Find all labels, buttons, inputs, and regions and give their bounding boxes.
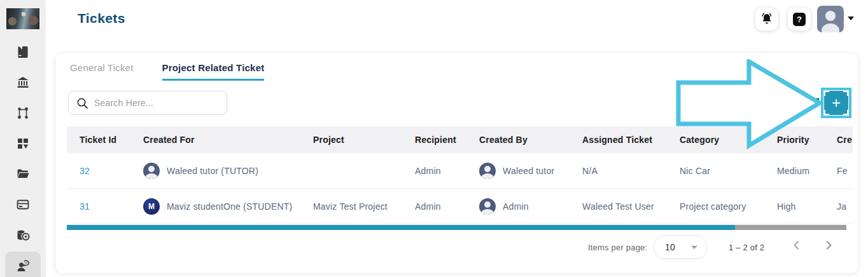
book-icon bbox=[15, 44, 31, 60]
sidebar-item-payments[interactable] bbox=[0, 189, 46, 220]
previous-page-button[interactable] bbox=[791, 240, 802, 251]
col-recipient: Recipient bbox=[415, 135, 479, 145]
table-header-row: Ticket Id Created For Project Recipient … bbox=[67, 126, 853, 153]
priority-value: Medium bbox=[777, 166, 837, 176]
assigned-ticket-value: Waleed Test User bbox=[582, 201, 680, 212]
coins-icon bbox=[15, 227, 31, 243]
created-by-value: Admin bbox=[503, 201, 529, 212]
profile-menu-caret-icon[interactable] bbox=[848, 17, 854, 20]
col-category: Category bbox=[680, 135, 777, 145]
category-value: Project category bbox=[680, 201, 777, 212]
page-size-value: 10 bbox=[665, 242, 675, 252]
items-per-page-label: Items per page: bbox=[588, 243, 647, 252]
help-button[interactable]: ? bbox=[788, 8, 811, 30]
col-created-for: Created For bbox=[143, 135, 313, 145]
sidebar-item-support-tickets[interactable] bbox=[0, 250, 46, 277]
page-title: Tickets bbox=[78, 11, 125, 26]
project-value: Maviz Test Project bbox=[313, 201, 415, 212]
avatar bbox=[479, 198, 496, 215]
page-size-select[interactable]: 10 bbox=[654, 235, 707, 259]
category-value: Nic Car bbox=[680, 166, 777, 176]
col-ticket-id: Ticket Id bbox=[67, 135, 143, 145]
sidebar-item-workflow[interactable] bbox=[0, 98, 46, 128]
search-icon bbox=[76, 97, 88, 109]
col-assigned-ticket: Assigned Ticket bbox=[582, 135, 680, 145]
add-ticket-button[interactable]: + bbox=[824, 91, 848, 115]
select-caret-icon bbox=[691, 246, 697, 249]
workflow-icon bbox=[15, 105, 31, 121]
avatar bbox=[143, 163, 160, 179]
tab-general-ticket[interactable]: General Ticket bbox=[70, 62, 134, 81]
credit-card-icon bbox=[15, 197, 31, 212]
sidebar-item-projects[interactable] bbox=[0, 159, 46, 189]
next-page-button[interactable] bbox=[823, 240, 834, 251]
search-input[interactable] bbox=[94, 98, 219, 108]
person-chat-icon bbox=[15, 258, 31, 273]
pagination-range: 1 – 2 of 2 bbox=[729, 243, 764, 252]
bank-icon bbox=[15, 75, 31, 90]
person-silhouette-icon bbox=[817, 6, 844, 32]
search-box[interactable] bbox=[68, 91, 227, 115]
avatar bbox=[479, 163, 496, 179]
tickets-card: General Ticket Project Related Ticket + … bbox=[56, 53, 858, 273]
ticket-tabs: General Ticket Project Related Ticket bbox=[70, 62, 264, 81]
folder-open-icon bbox=[15, 166, 31, 182]
col-priority: Priority bbox=[777, 135, 837, 145]
table-row[interactable]: 32 Waleed tutor (TUTOR) Admin Waleed tut… bbox=[67, 153, 853, 189]
table-row[interactable]: 31 MMaviz studentOne (STUDENT) Maviz Tes… bbox=[67, 189, 853, 224]
sidebar-item-institution[interactable] bbox=[0, 67, 46, 98]
user-avatar[interactable] bbox=[817, 6, 844, 32]
tab-project-related-ticket[interactable]: Project Related Ticket bbox=[162, 62, 265, 81]
widgets-icon bbox=[15, 136, 31, 151]
notifications-button[interactable] bbox=[755, 8, 778, 30]
sidebar-item-widgets[interactable] bbox=[0, 128, 46, 159]
app-window: Tickets ? General Ticket Project Related… bbox=[0, 0, 868, 277]
bell-icon bbox=[759, 11, 774, 27]
tickets-table: Ticket Id Created For Project Recipient … bbox=[67, 126, 853, 225]
ticket-id-link[interactable]: 31 bbox=[67, 201, 143, 212]
sidebar bbox=[0, 0, 46, 277]
avatar: M bbox=[143, 198, 160, 215]
created-date-value: Ja bbox=[837, 201, 853, 212]
sidebar-item-book[interactable] bbox=[0, 37, 46, 67]
created-date-value: Fe bbox=[837, 166, 853, 176]
app-logo[interactable] bbox=[6, 8, 39, 29]
col-project: Project bbox=[313, 135, 415, 145]
recipient-value: Admin bbox=[415, 201, 479, 212]
priority-value: High bbox=[777, 201, 837, 212]
recipient-value: Admin bbox=[415, 166, 479, 176]
filter-icon[interactable] bbox=[803, 95, 820, 111]
question-mark-icon: ? bbox=[793, 13, 806, 26]
col-created-date: Cre bbox=[837, 135, 853, 145]
assigned-ticket-value: N/A bbox=[582, 166, 680, 176]
horizontal-scrollbar[interactable] bbox=[67, 225, 848, 230]
created-for-value: Maviz studentOne (STUDENT) bbox=[167, 201, 292, 212]
scrollbar-thumb[interactable] bbox=[67, 225, 735, 230]
created-by-value: Waleed tutor bbox=[503, 166, 554, 176]
col-created-by: Created By bbox=[479, 135, 582, 145]
sidebar-item-finance[interactable] bbox=[0, 220, 46, 250]
created-for-value: Waleed tutor (TUTOR) bbox=[167, 166, 258, 176]
ticket-id-link[interactable]: 32 bbox=[67, 166, 143, 176]
